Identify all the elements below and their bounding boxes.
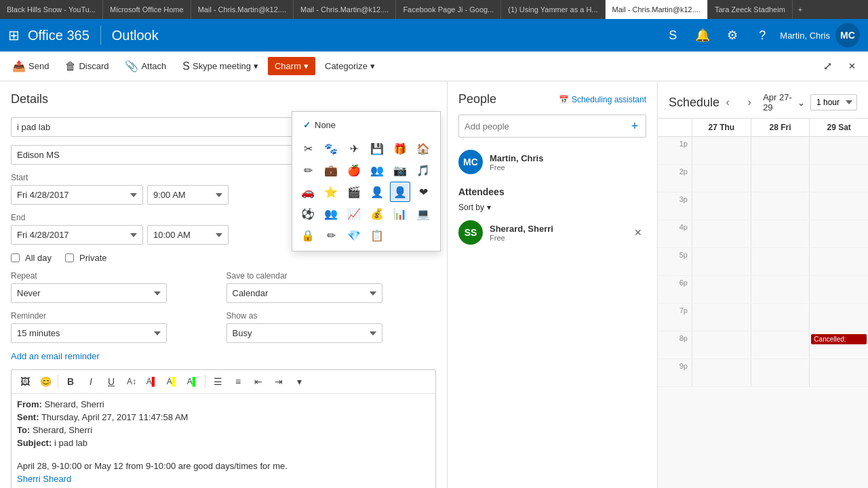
- next-date-button[interactable]: ›: [741, 93, 757, 112]
- cancelled-badge: Cancelled:: [811, 334, 867, 344]
- rte-italic-btn[interactable]: I: [81, 373, 100, 390]
- add-email-reminder-link[interactable]: Add an email reminder: [11, 351, 100, 361]
- browser-tab-2[interactable]: Microsoft Office Home: [103, 0, 191, 19]
- discard-button[interactable]: 🗑 Discard: [58, 56, 115, 77]
- rte-outdent-btn[interactable]: ⇤: [249, 373, 268, 390]
- skype-dropdown-icon: ▾: [254, 61, 258, 71]
- charm-empty2-icon[interactable]: [413, 225, 433, 245]
- cell-fri-1p: [751, 137, 810, 164]
- all-day-checkbox[interactable]: [11, 253, 20, 262]
- skype-meeting-button[interactable]: S Skype meeting ▾: [176, 56, 265, 77]
- help-icon[interactable]: ?: [750, 23, 774, 47]
- browser-tab-more[interactable]: +: [793, 5, 808, 14]
- browser-tab-7[interactable]: Mail - Chris.Martin@k12....: [606, 0, 708, 19]
- charm-pencil-icon[interactable]: ✏: [298, 160, 318, 180]
- end-date-select[interactable]: Fri 4/28/2017: [11, 225, 143, 245]
- attach-button[interactable]: 📎 Attach: [118, 56, 173, 77]
- skype-icon[interactable]: S: [660, 23, 685, 47]
- charm-home-icon[interactable]: 🏠: [413, 138, 433, 159]
- app-bar: ⊞ Office 365 Outlook S 🔔 ⚙ ? Martin, Chr…: [0, 19, 868, 52]
- date-range[interactable]: Apr 27-29 ⌄: [763, 92, 805, 113]
- charm-person2-icon[interactable]: 👤: [390, 182, 410, 202]
- end-time-select[interactable]: 10:00 AM: [147, 225, 229, 245]
- charm-apple-icon[interactable]: 🍎: [344, 160, 364, 180]
- repeat-select[interactable]: Never: [11, 283, 167, 303]
- hour-row-3p: 3p: [658, 192, 868, 220]
- rte-image-btn[interactable]: 🖼: [16, 373, 35, 390]
- body-link1[interactable]: Sherri Sheard: [17, 474, 71, 484]
- charm-star-icon[interactable]: ⭐: [321, 182, 341, 202]
- save-calendar-select[interactable]: Calendar: [226, 283, 382, 303]
- notification-icon[interactable]: 🔔: [690, 23, 715, 47]
- charm-ball-icon[interactable]: ⚽: [298, 203, 318, 224]
- settings-icon[interactable]: ⚙: [720, 23, 745, 47]
- user-menu[interactable]: Martin, Chris MC: [780, 23, 860, 47]
- add-people-input[interactable]: [459, 117, 624, 136]
- rte-font-color-btn[interactable]: A▌: [142, 373, 161, 390]
- charm-bar-chart-icon[interactable]: 📊: [390, 203, 410, 224]
- charm-briefcase-icon[interactable]: 💼: [321, 160, 341, 180]
- rte-body[interactable]: From: Sherard, Sherri Sent: Thursday, Ap…: [12, 394, 435, 488]
- sort-by-row[interactable]: Sort by ▾: [458, 203, 646, 212]
- private-checkbox[interactable]: [65, 253, 74, 262]
- add-people-button[interactable]: +: [624, 115, 646, 137]
- browser-tab-8[interactable]: Tara Zeeck Stadheim: [708, 0, 793, 19]
- rte-highlight-btn[interactable]: A▌: [163, 373, 182, 390]
- prev-date-button[interactable]: ‹: [719, 93, 736, 112]
- start-time-select[interactable]: 9:00 AM: [147, 185, 229, 205]
- charm-car-icon[interactable]: 🚗: [298, 182, 318, 202]
- rte-bold-btn[interactable]: B: [61, 373, 80, 390]
- browser-tab-5[interactable]: Facebook Page Ji - Goog...: [396, 0, 501, 19]
- charm-diamond-icon[interactable]: 💎: [344, 225, 364, 245]
- start-date-select[interactable]: Fri 4/28/2017: [11, 185, 143, 205]
- charm-heart-icon[interactable]: ❤: [413, 182, 433, 202]
- showas-section: Show as Busy: [226, 311, 437, 343]
- charm-group-icon[interactable]: 👥: [321, 203, 341, 224]
- scheduling-assistant-link[interactable]: 📅 Scheduling assistant: [559, 95, 646, 104]
- charm-camera-icon[interactable]: 📷: [390, 160, 410, 180]
- charm-music-icon[interactable]: 🎵: [413, 160, 433, 180]
- rte-bg-color-btn[interactable]: A▌: [183, 373, 202, 390]
- close-button[interactable]: ✕: [842, 57, 863, 75]
- charm-empty1-icon[interactable]: [390, 225, 410, 245]
- charm-none-option[interactable]: ✓ None: [298, 117, 435, 133]
- rte-underline-btn[interactable]: U: [102, 373, 121, 390]
- rte-bullet-list-btn[interactable]: ☰: [208, 373, 227, 390]
- waffle-icon[interactable]: ⊞: [8, 27, 20, 43]
- charm-chart-icon[interactable]: 📈: [344, 203, 364, 224]
- charm-dog-icon[interactable]: 🐾: [321, 138, 341, 159]
- charm-plane-icon[interactable]: ✈: [344, 138, 364, 159]
- repeat-section: Repeat Never: [11, 271, 221, 303]
- charm-floppy-icon[interactable]: 💾: [367, 138, 387, 159]
- rte-font-size-btn[interactable]: A↕: [122, 373, 141, 390]
- charm-pen-icon[interactable]: ✏: [321, 225, 341, 245]
- charm-clipboard-icon[interactable]: 📋: [367, 225, 387, 245]
- browser-tab-1[interactable]: Black Hills Snow - YouTu...: [0, 0, 103, 19]
- browser-tab-6[interactable]: (1) Using Yammer as a H...: [501, 0, 605, 19]
- browser-tab-4[interactable]: Mail - Chris.Martin@k12....: [294, 0, 396, 19]
- charm-button[interactable]: Charm ▾: [268, 57, 315, 75]
- cell-thu-2p: [692, 165, 751, 192]
- reminder-select[interactable]: 15 minutes: [11, 323, 167, 343]
- rte-indent-btn[interactable]: ⇥: [269, 373, 288, 390]
- attendee-remove-button[interactable]: ✕: [630, 224, 646, 241]
- charm-film-icon[interactable]: 🎬: [344, 182, 364, 202]
- categorize-button[interactable]: Categorize ▾: [318, 57, 382, 75]
- charm-lock-icon[interactable]: 🔒: [298, 225, 318, 245]
- send-button[interactable]: 📤 Send: [5, 56, 56, 77]
- rte-more-btn[interactable]: ▾: [290, 373, 309, 390]
- brand-title: Office 365: [28, 28, 90, 43]
- rte-emoji-btn[interactable]: 😊: [36, 373, 55, 390]
- charm-people-icon[interactable]: 👥: [367, 160, 387, 180]
- attendee-item: SS Sherard, Sherri Free ✕: [458, 218, 646, 247]
- charm-monitor-icon[interactable]: 💻: [413, 203, 433, 224]
- hour-interval-select[interactable]: 1 hour: [810, 94, 857, 110]
- charm-person-icon[interactable]: 👤: [367, 182, 387, 202]
- charm-money-icon[interactable]: 💰: [367, 203, 387, 224]
- showas-select[interactable]: Busy: [226, 323, 382, 343]
- browser-tab-3[interactable]: Mail - Chris.Martin@k12....: [191, 0, 294, 19]
- expand-button[interactable]: ⤢: [816, 56, 839, 77]
- rte-number-list-btn[interactable]: ≡: [229, 373, 248, 390]
- charm-scissors-icon[interactable]: ✂: [298, 138, 318, 159]
- charm-gift-icon[interactable]: 🎁: [390, 138, 410, 159]
